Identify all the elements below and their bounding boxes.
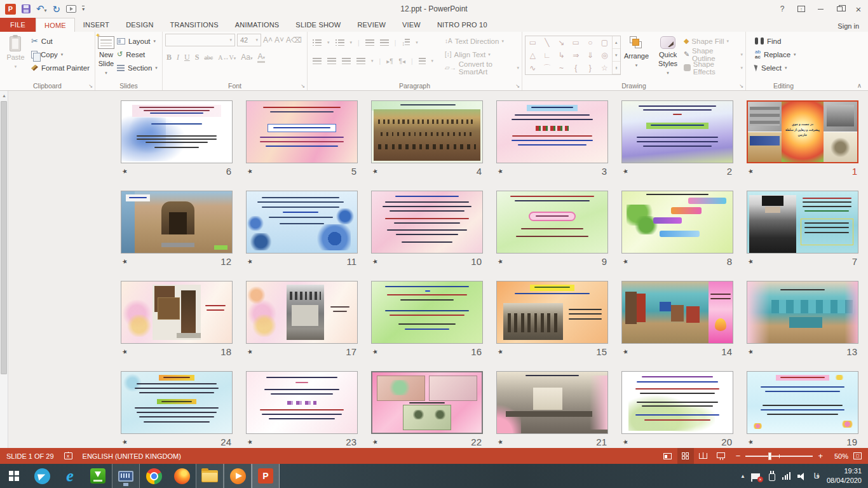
line-shape-icon[interactable]: ╲ [545, 38, 549, 47]
slide-thumbnail-2[interactable] [621, 100, 733, 163]
arrange-button[interactable]: Arrange▾ [621, 34, 653, 79]
right-to-left-icon[interactable]: ¶◂ [399, 58, 405, 65]
new-slide-button[interactable]: New Slide ▾ [98, 34, 114, 79]
taskbar-media-player[interactable] [224, 464, 252, 488]
taskbar-powerpoint[interactable]: P [252, 464, 280, 488]
animation-star-icon[interactable]: ★ [622, 438, 629, 446]
align-text-button[interactable]: [↕]Align Text▾ [445, 48, 519, 61]
slide-thumbnail-14[interactable] [621, 281, 733, 344]
triangle-shape-icon[interactable]: △ [530, 51, 536, 60]
animation-star-icon[interactable]: ★ [121, 257, 128, 266]
cut-button[interactable]: ✂Cut [29, 34, 92, 48]
increase-indent-icon[interactable] [380, 39, 389, 46]
font-name-combo[interactable]: ▾ [165, 34, 235, 46]
shape-outline-button[interactable]: ✎Shape Outline▾ [684, 48, 743, 61]
numbering-icon[interactable] [336, 39, 344, 46]
collapse-ribbon-icon[interactable]: ∧ [857, 82, 862, 89]
clock[interactable]: 19:31 08/04/2020 [827, 466, 862, 485]
shape-fill-button[interactable]: ◆Shape Fill▾ [684, 34, 743, 48]
slide-thumbnail-11[interactable] [246, 191, 358, 254]
slide-show-icon[interactable] [713, 448, 729, 464]
animation-star-icon[interactable]: ★ [622, 348, 629, 356]
drawing-dialog-launcher-icon[interactable]: ↘ [739, 83, 743, 89]
slide-thumbnail-6[interactable] [121, 100, 233, 163]
quick-styles-button[interactable]: Quick Styles▾ [652, 34, 684, 79]
normal-view-icon[interactable] [660, 448, 676, 464]
tab-review[interactable]: REVIEW [349, 18, 394, 32]
slide-thumbnail-8[interactable] [621, 191, 733, 254]
start-button[interactable] [0, 464, 28, 488]
paragraph-dialog-launcher-icon[interactable]: ↘ [515, 83, 520, 89]
section-button[interactable]: Section▾ [114, 61, 160, 74]
animation-star-icon[interactable]: ★ [247, 257, 254, 266]
arrow-shape-icon[interactable]: ↘ [559, 38, 565, 47]
rounded-rectangle-shape-icon[interactable]: ▢ [601, 38, 608, 47]
close-icon[interactable]: × [849, 1, 868, 17]
tab-view[interactable]: VIEW [394, 18, 429, 32]
select-button[interactable]: Select▾ [752, 61, 799, 74]
minimize-icon[interactable] [811, 1, 830, 17]
taskbar-display-switch[interactable] [112, 464, 140, 488]
replace-button[interactable]: abacReplace▾ [752, 48, 799, 61]
taskbar-internet-explorer[interactable]: e [56, 464, 84, 488]
animation-star-icon[interactable]: ★ [497, 438, 504, 446]
volume-icon[interactable] [797, 472, 807, 480]
clear-formatting-icon[interactable]: A⌫ [286, 36, 302, 44]
slide-thumbnail-17[interactable] [246, 281, 358, 344]
pie-shape-icon[interactable]: ◎ [601, 51, 607, 60]
tab-design[interactable]: DESIGN [118, 18, 161, 32]
taskbar-file-explorer[interactable] [196, 464, 224, 488]
format-painter-button[interactable]: Format Painter [29, 61, 92, 74]
slide-thumbnail-23[interactable] [246, 371, 358, 434]
paste-button[interactable]: Paste ▾ [3, 34, 29, 79]
animation-star-icon[interactable]: ★ [247, 438, 254, 446]
animation-star-icon[interactable]: ★ [622, 257, 629, 266]
proofing-errors-icon[interactable]: x [64, 452, 72, 459]
right-arrow-shape-icon[interactable]: ⇒ [573, 51, 579, 60]
animation-star-icon[interactable]: ★ [372, 167, 379, 175]
slide-thumbnail-20[interactable] [621, 371, 733, 434]
tab-nitro-pro-10[interactable]: NITRO PRO 10 [429, 18, 496, 32]
scribble-shape-icon[interactable]: ∿ [529, 64, 536, 72]
elbow-arrow-connector-icon[interactable]: ↳ [559, 51, 565, 60]
slide-sorter-view-icon[interactable] [677, 448, 694, 464]
animation-star-icon[interactable]: ★ [372, 348, 379, 356]
zoom-slider[interactable] [745, 456, 813, 457]
layout-button[interactable]: Layout▾ [114, 34, 160, 48]
reading-view-icon[interactable] [695, 448, 712, 464]
animation-star-icon[interactable]: ★ [497, 167, 504, 175]
undo-button[interactable]: ↶▾ [36, 3, 47, 15]
curve-shape-icon[interactable]: ~ [559, 64, 564, 72]
tab-animations[interactable]: ANIMATIONS [227, 18, 288, 32]
font-color-button[interactable]: A▾ [257, 52, 265, 63]
tab-file[interactable]: FILE [0, 18, 36, 32]
slide-thumbnail-21[interactable] [496, 371, 608, 434]
shapes-gallery-scrollbar[interactable]: ▲▼⇟ [612, 36, 620, 74]
animation-star-icon[interactable]: ★ [247, 167, 254, 175]
taskbar-idm[interactable] [84, 464, 112, 488]
arc-shape-icon[interactable]: ⌒ [543, 63, 551, 74]
slide-thumbnail-4[interactable] [371, 100, 483, 163]
language-indicator[interactable]: فا [814, 471, 820, 480]
animation-star-icon[interactable]: ★ [372, 257, 379, 266]
restore-icon[interactable] [830, 1, 849, 17]
find-button[interactable]: Find [752, 34, 799, 48]
left-brace-shape-icon[interactable]: { [574, 64, 577, 72]
reset-button[interactable]: ↺Reset [114, 48, 160, 61]
tray-expand-icon[interactable]: ▲ [740, 473, 745, 479]
right-brace-shape-icon[interactable]: } [589, 64, 592, 72]
star-shape-icon[interactable]: ☆ [601, 64, 608, 72]
animation-star-icon[interactable]: ★ [121, 438, 128, 446]
decrease-indent-icon[interactable] [365, 39, 374, 46]
animation-star-icon[interactable]: ★ [121, 167, 128, 175]
rectangle-shape-icon[interactable]: ▭ [572, 38, 579, 47]
slide-thumbnail-9[interactable] [496, 191, 608, 254]
tab-home[interactable]: HOME [36, 18, 75, 32]
power-icon[interactable] [769, 473, 775, 481]
elbow-connector-icon[interactable]: ∟ [543, 51, 551, 60]
slide-thumbnail-15[interactable] [496, 281, 608, 344]
slide-thumbnail-3[interactable] [496, 100, 608, 163]
justify-icon[interactable] [356, 58, 365, 65]
ribbon-display-options-icon[interactable]: ↑ [792, 1, 811, 17]
columns-icon[interactable] [419, 58, 426, 65]
